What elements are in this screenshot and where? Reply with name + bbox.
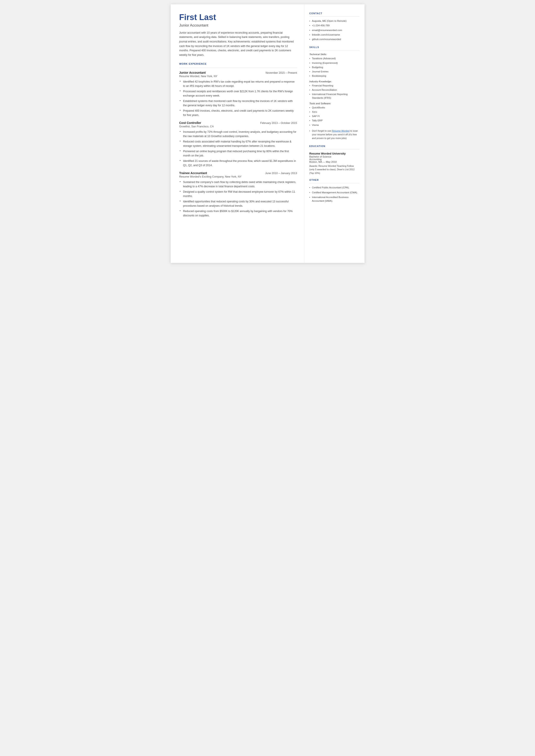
list-item: Pioneered an online buying program that …	[179, 149, 297, 158]
list-item: Identified 42 loopholes in RW's tax code…	[179, 79, 297, 88]
list-item: email@resumeworded.com	[309, 28, 359, 32]
job-company-3: Resume Worded's Exciting Company, New Yo…	[179, 175, 297, 178]
list-item: SAP FI	[309, 114, 359, 118]
industry-skills-label: Industry Knowledge:	[309, 80, 359, 83]
left-column: First Last Junior Accountant Junior acco…	[171, 4, 304, 263]
industry-skills-list: Financial Reporting Account Reconciliati…	[309, 84, 359, 100]
right-column: CONTACT Augusta, ME (Open to Remote) +1-…	[304, 4, 365, 263]
candidate-name: First Last	[179, 13, 297, 22]
list-item: linkedin.com/in/username	[309, 33, 359, 37]
list-item: Invoicing (Experienced)	[309, 61, 359, 65]
resume-page: First Last Junior Accountant Junior acco…	[171, 4, 365, 263]
edu-degree: Bachelor of Science	[309, 155, 359, 158]
skills-divider	[309, 50, 359, 50]
edu-school: Resume Worded University	[309, 152, 359, 155]
job-dates-2: February 2013 – October 2015	[260, 122, 297, 125]
job-company-1: Resume Worded, New York, NY	[179, 75, 297, 78]
job-title-1: Junior Accountant	[179, 71, 206, 74]
job-header-1: Junior Accountant November 2015 – Presen…	[179, 71, 297, 74]
list-item: Journal Entries	[309, 70, 359, 73]
list-item: Bookkeeping	[309, 74, 359, 78]
list-item: +1-234-456-789	[309, 24, 359, 27]
edu-awards: Awards: Resume Worded Teaching Fellow (o…	[309, 164, 359, 175]
job-bullets-2: Increased profits by 72% through cost co…	[179, 130, 297, 167]
job-title-3: Trainee Accountant	[179, 171, 207, 175]
list-item: Certified Public Accountant (CPA).	[309, 186, 359, 189]
list-item: Taxations (Advanced)	[309, 57, 359, 60]
work-divider	[179, 68, 297, 68]
list-item: International Financial Reporting Standa…	[309, 93, 359, 100]
technical-skills-list: Taxations (Advanced) Invoicing (Experien…	[309, 57, 359, 78]
skills-label: SKILLS	[309, 46, 359, 48]
other-list: Certified Public Accountant (CPA). Certi…	[309, 186, 359, 203]
job-title-2: Cost Controller	[179, 121, 201, 125]
tools-skills-label: Tools and Software:	[309, 102, 359, 105]
list-item: Established systems that monitored cash …	[179, 99, 297, 107]
edu-field: Accounting	[309, 158, 359, 160]
job-header-2: Cost Controller February 2013 – October …	[179, 121, 297, 125]
other-label: OTHER	[309, 179, 359, 181]
list-item: Budgeting	[309, 66, 359, 69]
list-item: Account Reconciliation	[309, 88, 359, 92]
promo-link[interactable]: Resume Worded	[332, 129, 350, 132]
list-item: International Accredited Business Accoun…	[309, 195, 359, 203]
list-item: Xero	[309, 110, 359, 114]
edu-location: Boston, MA — May 2010	[309, 160, 359, 163]
job-dates-1: November 2015 – Present	[266, 71, 297, 74]
list-item: Identified 21 sources of waste throughou…	[179, 159, 297, 167]
list-item: Sustained the company's cash flow by col…	[179, 180, 297, 188]
list-item: Visma	[309, 123, 359, 127]
technical-skills-label: Technical Skills:	[309, 53, 359, 56]
list-item: Reduced operating costs from $500K to $1…	[179, 209, 297, 218]
job-bullets-1: Identified 42 loopholes in RW's tax code…	[179, 79, 297, 117]
list-item: Augusta, ME (Open to Remote)	[309, 19, 359, 23]
list-item: Certified Management Accountant (CMA).	[309, 191, 359, 194]
list-item: Financial Reporting	[309, 84, 359, 88]
job-bullets-3: Sustained the company's cash flow by col…	[179, 180, 297, 218]
contact-label: CONTACT	[309, 12, 359, 14]
promo-text: Don't forget to use Resume Worded to sca…	[309, 129, 359, 140]
list-item: Tally ERP	[309, 119, 359, 123]
list-item: Prepared 400 invoices, checks, electroni…	[179, 109, 297, 117]
list-item: Reduced costs associated with material h…	[179, 139, 297, 148]
promo-prefix: Don't forget to use	[312, 129, 332, 132]
contact-list: Augusta, ME (Open to Remote) +1-234-456-…	[309, 19, 359, 41]
candidate-title: Junior Accountant	[179, 23, 297, 28]
work-experience-label: WORK EXPERIENCE	[179, 63, 297, 65]
list-item: github.com/resumeworded	[309, 38, 359, 41]
job-dates-3: June 2010 – January 2013	[265, 172, 297, 175]
other-divider	[309, 183, 359, 183]
job-header-3: Trainee Accountant June 2010 – January 2…	[179, 171, 297, 175]
job-company-2: Growthsi, San Francisco, CA	[179, 125, 297, 128]
education-label: EDUCATION	[309, 145, 359, 147]
list-item: QuickBooks	[309, 106, 359, 109]
tools-skills-list: QuickBooks Xero SAP FI Tally ERP Visma	[309, 106, 359, 127]
list-item: Processed receipts and remittances worth…	[179, 89, 297, 98]
list-item: Increased profits by 72% through cost co…	[179, 130, 297, 138]
list-item: Designed a quality control system for RW…	[179, 190, 297, 198]
list-item: Identified opportunities that reduced op…	[179, 199, 297, 208]
summary-text: Junior accountant with 10 years of exper…	[179, 31, 297, 57]
